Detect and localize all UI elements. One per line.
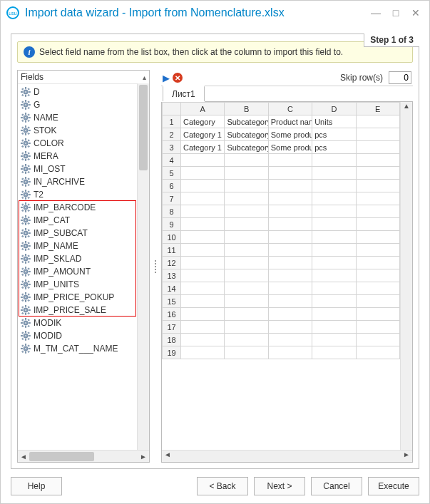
row-header[interactable]: 7: [163, 192, 181, 205]
field-item[interactable]: G: [19, 98, 149, 111]
field-item[interactable]: IMP_BARCODE: [19, 201, 149, 214]
field-item[interactable]: IMP_CAT: [19, 214, 149, 227]
cell[interactable]: [225, 231, 268, 244]
field-item[interactable]: STOK: [19, 124, 149, 137]
cell[interactable]: [312, 282, 356, 295]
cell[interactable]: [181, 257, 225, 269]
cell[interactable]: [356, 308, 399, 321]
cell[interactable]: [225, 167, 268, 180]
cell[interactable]: [312, 192, 356, 205]
next-button[interactable]: Next >: [254, 477, 305, 495]
cell[interactable]: Product name: [268, 115, 312, 128]
cell[interactable]: [181, 167, 225, 180]
back-button[interactable]: < Back: [197, 477, 248, 495]
cell[interactable]: [225, 244, 268, 257]
collapse-icon[interactable]: ▴: [143, 73, 146, 81]
cell[interactable]: [181, 346, 225, 359]
field-item[interactable]: IMP_UNITS: [19, 278, 149, 291]
field-item[interactable]: T2: [19, 188, 149, 201]
field-item[interactable]: D: [19, 86, 149, 98]
stop-icon[interactable]: ✕: [173, 73, 183, 83]
cell[interactable]: [225, 321, 268, 334]
cell[interactable]: [268, 269, 312, 282]
cell[interactable]: [181, 218, 225, 231]
column-header[interactable]: A: [181, 103, 225, 115]
cell[interactable]: [356, 334, 399, 346]
field-item[interactable]: IMP_NAME: [19, 240, 149, 252]
column-header[interactable]: C: [268, 103, 312, 115]
row-header[interactable]: 14: [163, 282, 181, 295]
maximize-button[interactable]: □: [391, 7, 401, 19]
cell[interactable]: [181, 308, 225, 321]
fields-vscrollbar[interactable]: [137, 83, 149, 450]
cell[interactable]: [356, 257, 399, 269]
column-header[interactable]: B: [225, 103, 268, 115]
cell[interactable]: Category 1: [181, 128, 225, 141]
cell[interactable]: [268, 231, 312, 244]
cell[interactable]: [312, 321, 356, 334]
cell[interactable]: [268, 192, 312, 205]
cell[interactable]: [181, 269, 225, 282]
cell[interactable]: [268, 308, 312, 321]
cell[interactable]: [181, 334, 225, 346]
cell[interactable]: [225, 218, 268, 231]
field-item[interactable]: MODID: [19, 329, 149, 342]
cell[interactable]: [312, 167, 356, 180]
cell[interactable]: [268, 167, 312, 180]
play-icon[interactable]: ▶: [163, 73, 170, 83]
cell[interactable]: [181, 154, 225, 167]
row-header[interactable]: 13: [163, 269, 181, 282]
spreadsheet-grid[interactable]: ABCDE1CategorySubcategoryProduct nameUni…: [162, 102, 412, 359]
cell[interactable]: Some product: [268, 128, 312, 141]
field-item[interactable]: IMP_SUBCAT: [19, 227, 149, 240]
row-header[interactable]: 2: [163, 128, 181, 141]
cell[interactable]: [181, 295, 225, 308]
cell[interactable]: [312, 257, 356, 269]
row-header[interactable]: 6: [163, 180, 181, 192]
cancel-button[interactable]: Cancel: [311, 477, 362, 495]
cell[interactable]: [356, 167, 399, 180]
cell[interactable]: [268, 244, 312, 257]
cell[interactable]: [356, 180, 399, 192]
row-header[interactable]: 11: [163, 244, 181, 257]
cell[interactable]: [356, 295, 399, 308]
close-button[interactable]: ✕: [411, 7, 421, 19]
cell[interactable]: [225, 282, 268, 295]
help-button[interactable]: Help: [11, 477, 62, 495]
cell[interactable]: [312, 154, 356, 167]
cell[interactable]: [225, 308, 268, 321]
cell[interactable]: [356, 141, 399, 154]
cell[interactable]: [356, 218, 399, 231]
row-header[interactable]: 12: [163, 257, 181, 269]
cell[interactable]: [312, 244, 356, 257]
cell[interactable]: [181, 282, 225, 295]
row-header[interactable]: 8: [163, 205, 181, 218]
cell[interactable]: [268, 282, 312, 295]
cell[interactable]: pcs: [312, 141, 356, 154]
row-header[interactable]: 3: [163, 141, 181, 154]
splitter[interactable]: [153, 70, 158, 463]
cell[interactable]: [181, 321, 225, 334]
cell[interactable]: [356, 321, 399, 334]
cell[interactable]: Subcategory: [225, 115, 268, 128]
cell[interactable]: [312, 308, 356, 321]
cell[interactable]: [312, 231, 356, 244]
column-header[interactable]: E: [356, 103, 399, 115]
grid-hscrollbar[interactable]: ◄►: [162, 450, 412, 462]
minimize-button[interactable]: —: [371, 7, 381, 19]
cell[interactable]: [225, 192, 268, 205]
row-header[interactable]: 19: [163, 346, 181, 359]
cell[interactable]: [268, 205, 312, 218]
cell[interactable]: [225, 154, 268, 167]
cell[interactable]: [356, 192, 399, 205]
grid-vscrollbar[interactable]: ▲: [400, 102, 412, 450]
row-header[interactable]: 17: [163, 321, 181, 334]
field-item[interactable]: IMP_SKLAD: [19, 252, 149, 265]
row-header[interactable]: 15: [163, 295, 181, 308]
cell[interactable]: Category: [181, 115, 225, 128]
cell[interactable]: [356, 282, 399, 295]
row-header[interactable]: 16: [163, 308, 181, 321]
cell[interactable]: [225, 180, 268, 192]
cell[interactable]: pcs: [312, 128, 356, 141]
cell[interactable]: [268, 321, 312, 334]
